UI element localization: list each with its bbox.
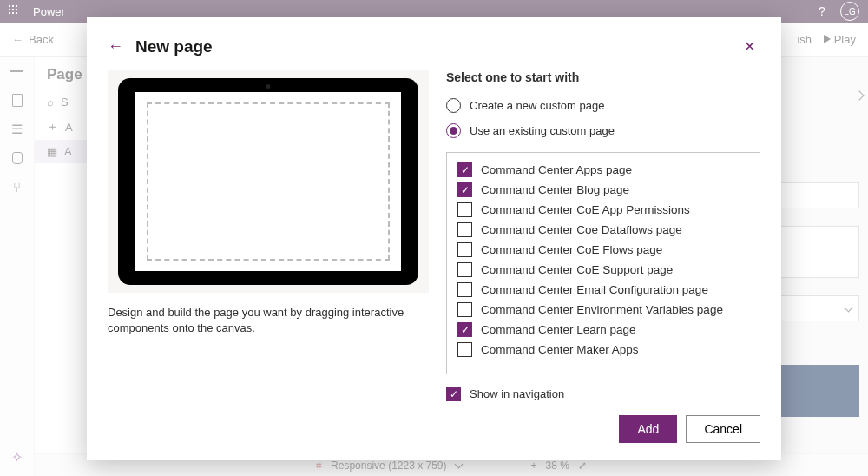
existing-pages-list: ✓Command Center Apps page✓Command Center… (446, 152, 760, 374)
checkbox-icon (457, 282, 472, 297)
checkbox-icon (457, 202, 472, 217)
list-item-label: Command Center CoE Flows page (481, 243, 662, 256)
list-item[interactable]: Command Center CoE Flows page (452, 240, 754, 260)
select-heading: Select one to start with (446, 70, 760, 84)
new-page-dialog: ← New page ✕ Design and build the page y… (87, 17, 781, 460)
checkbox-icon (457, 242, 472, 257)
checkbox-icon: ✓ (457, 182, 472, 197)
checkbox-icon: ✓ (446, 387, 461, 401)
list-item[interactable]: Command Center Email Configuration page (452, 280, 754, 300)
tablet-preview (108, 70, 429, 293)
cancel-button[interactable]: Cancel (686, 415, 760, 443)
preview-column: Design and build the page you want by dr… (108, 70, 429, 401)
close-button[interactable]: ✕ (739, 35, 760, 58)
list-item-label: Command Center CoE App Permissions (481, 203, 690, 216)
list-item[interactable]: ✓Command Center Learn page (452, 320, 754, 340)
list-item-label: Command Center Blog page (481, 183, 629, 196)
radio-icon (446, 98, 461, 113)
list-item-label: Command Center Maker Apps (481, 343, 639, 356)
checkbox-icon (457, 262, 472, 277)
checkbox-icon (457, 302, 472, 317)
show-in-nav-checkbox[interactable]: ✓ Show in navigation (446, 387, 760, 401)
list-item-label: Command Center Coe Dataflows page (481, 223, 682, 236)
list-item[interactable]: Command Center CoE Support page (452, 260, 754, 280)
list-item-label: Command Center Email Configuration page (481, 283, 708, 296)
radio-use-existing[interactable]: Use an existing custom page (446, 123, 760, 138)
checkbox-icon: ✓ (457, 162, 472, 177)
list-item[interactable]: Command Center Coe Dataflows page (452, 220, 754, 240)
list-item[interactable]: Command Center CoE App Permissions (452, 200, 754, 220)
list-item[interactable]: ✓Command Center Blog page (452, 180, 754, 200)
add-button[interactable]: Add (619, 415, 677, 443)
list-item-label: Command Center Environment Variables pag… (481, 303, 723, 316)
dialog-back-button[interactable]: ← (108, 37, 123, 56)
radio-icon (446, 123, 461, 138)
list-item[interactable]: Command Center Maker Apps (452, 340, 754, 360)
checkbox-icon: ✓ (457, 322, 472, 337)
checkbox-icon (457, 342, 472, 357)
preview-description: Design and build the page you want by dr… (108, 305, 429, 336)
list-item-label: Command Center Apps page (481, 163, 632, 176)
dialog-title: New page (135, 37, 213, 56)
list-item-label: Command Center CoE Support page (481, 263, 673, 276)
radio-create-new[interactable]: Create a new custom page (446, 98, 760, 113)
options-column: Select one to start with Create a new cu… (446, 70, 760, 401)
list-item-label: Command Center Learn page (481, 323, 636, 336)
list-scroll[interactable]: ✓Command Center Apps page✓Command Center… (447, 153, 760, 374)
list-item[interactable]: ✓Command Center Apps page (452, 160, 754, 180)
checkbox-icon (457, 222, 472, 237)
list-item[interactable]: Command Center Environment Variables pag… (452, 300, 754, 320)
